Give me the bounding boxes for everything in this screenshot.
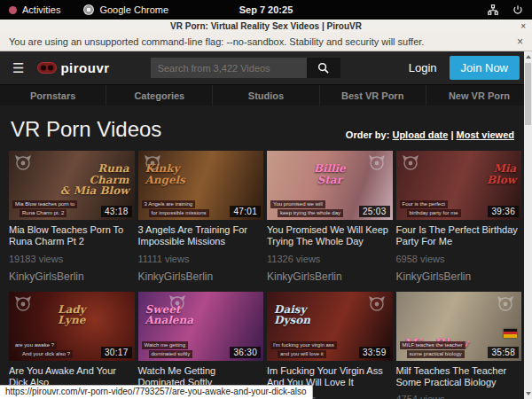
duration-badge: 33:59	[359, 347, 390, 358]
video-card[interactable]: KinkyAngels 3 Angels are trainingfor imp…	[138, 151, 264, 282]
duration-badge: 47:01	[230, 206, 261, 217]
system-top-bar: Activities Google Chrome Sep 7 20:25	[0, 0, 532, 20]
video-card[interactable]: SweetAnalena Watch me gettingdominated s…	[138, 292, 264, 399]
video-title[interactable]: Four Is The Perfect Birthday Party For M…	[396, 224, 522, 247]
video-card[interactable]: DaisyDyson I'm fucking your virgin assan…	[267, 292, 393, 399]
search-bar	[151, 58, 340, 78]
studio-cat-logo-icon	[368, 295, 386, 311]
duration-badge: 35:58	[488, 347, 519, 358]
video-channel-link[interactable]: KinkyGirlsBerlin	[267, 270, 393, 283]
nav-item-categories[interactable]: Categories	[106, 85, 213, 106]
duration-badge: 39:36	[488, 206, 519, 217]
video-title[interactable]: You Promised We Will Keep Trying The Who…	[267, 224, 393, 247]
page-title: VR Porn Videos	[11, 118, 161, 140]
video-title[interactable]: Milf Teaches The Teacher Some Practical …	[396, 365, 522, 388]
network-tree-icon[interactable]	[488, 4, 498, 15]
nav-item-studios[interactable]: Studios	[213, 85, 319, 106]
chrome-icon	[83, 4, 94, 15]
video-views: 4754 views	[396, 394, 522, 399]
warning-message: You are using an unsupported command-lin…	[9, 36, 424, 47]
video-channel-link[interactable]: KinkyGirlsBerlin	[396, 270, 522, 283]
thumbnail-model-name: KinkyAngels	[145, 163, 185, 185]
thumbnail-caption: Watch me gettingdominated softly	[142, 341, 193, 358]
video-title[interactable]: 3 Angels Are Training For Impossible Mis…	[138, 224, 264, 247]
search-input[interactable]	[151, 58, 307, 78]
warning-close-icon[interactable]: ×	[517, 35, 523, 48]
main-nav: Pornstars Categories Studios Best VR Por…	[0, 84, 532, 106]
order-by-controls: Order by: Upload date | Most viewed	[346, 129, 521, 140]
tab-title[interactable]: VR Porn: Virtual Reality Sex Videos | Pi…	[170, 21, 362, 31]
search-button[interactable]	[307, 58, 340, 78]
duration-badge: 43:18	[101, 206, 132, 217]
video-views: 19183 views	[9, 254, 135, 264]
duration-badge: 36:30	[230, 347, 261, 358]
studio-cat-logo-icon	[14, 154, 32, 170]
chrome-app-menu[interactable]: Google Chrome	[83, 4, 168, 15]
thumbnail-caption: Mia Blow teaches porn toRuna Charm pt. 2	[12, 200, 77, 217]
thumbnail-caption: I'm fucking your virgin assand you will …	[270, 341, 337, 358]
order-link-upload-date[interactable]: Upload date	[392, 129, 448, 140]
thumbnail-model-name: DaisyDyson	[274, 304, 310, 326]
duration-badge: 25:03	[359, 206, 390, 217]
search-icon	[317, 62, 329, 74]
video-card[interactable]: LadyLyne are you awake ?And your dick al…	[9, 292, 135, 399]
video-card[interactable]: RunaCharm& Mia Blow Mia Blow teaches por…	[9, 151, 135, 282]
thumbnail-caption: Four is the perfectbirthday party for me	[400, 200, 461, 217]
video-views: 11111 views	[138, 254, 264, 264]
video-card[interactable]: Mia Blow MILF teaches the teachersome pr…	[396, 292, 522, 399]
activities-dot-icon	[9, 6, 17, 14]
tab-close-icon[interactable]: ×	[520, 21, 526, 31]
scrollbar-down-arrow-icon[interactable]	[524, 388, 532, 399]
video-card[interactable]: BillieStar You promised we willkeep tryi…	[267, 151, 393, 282]
thumbnail-model-name: LadyLyne	[9, 304, 135, 326]
page-scrollbar[interactable]	[524, 51, 532, 399]
order-separator: |	[450, 129, 453, 140]
login-link[interactable]: Login	[409, 61, 437, 74]
vr-headset-icon	[37, 62, 57, 74]
video-title[interactable]: Mia Blow Teaches Porn To Runa Charm Pt 2	[9, 224, 135, 247]
video-thumbnail[interactable]: DaisyDyson I'm fucking your virgin assan…	[267, 292, 393, 361]
video-grid: RunaCharm& Mia Blow Mia Blow teaches por…	[0, 151, 532, 399]
nav-item-best-vr[interactable]: Best VR Porn	[320, 85, 426, 106]
order-link-most-viewed[interactable]: Most viewed	[457, 129, 514, 140]
browser-status-bar: https://pirouvr.com/vr-porn-video/779325…	[0, 385, 313, 399]
activities-label: Activities	[22, 4, 60, 15]
site-logo-text: pirouvr	[60, 60, 109, 75]
video-thumbnail[interactable]: SweetAnalena Watch me gettingdominated s…	[138, 292, 264, 361]
video-card[interactable]: MiaBlow Four is the perfectbirthday part…	[396, 151, 522, 282]
activities-button[interactable]: Activities	[9, 4, 60, 15]
video-channel-link[interactable]: KinkyGirlsBerlin	[138, 270, 264, 283]
site-header: ☰ pirouvr Login Join Now	[0, 51, 532, 84]
video-thumbnail[interactable]: KinkyAngels 3 Angels are trainingfor imp…	[138, 151, 264, 220]
german-flag-icon	[504, 329, 517, 338]
thumbnail-model-name: BillieStar	[267, 163, 393, 185]
duration-badge: 30:17	[101, 347, 132, 358]
thumbnail-caption: are you awake ?And your dick also ?	[12, 341, 73, 358]
hamburger-menu-icon[interactable]: ☰	[12, 60, 25, 76]
thumbnail-caption: MILF teaches the teachersome practical b…	[400, 341, 466, 358]
video-views: 11326 views	[267, 254, 393, 264]
chrome-warning-bar: You are using an unsupported command-lin…	[0, 32, 532, 51]
nav-item-new-vr[interactable]: New VR Porn	[426, 85, 532, 106]
browser-tab-bar: VR Porn: Virtual Reality Sex Videos | Pi…	[0, 20, 532, 32]
page-heading-row: VR Porn Videos Order by: Upload date | M…	[0, 106, 532, 151]
studio-cat-logo-icon	[402, 154, 419, 170]
video-channel-link[interactable]: KinkyGirlsBerlin	[9, 270, 135, 283]
video-thumbnail[interactable]: LadyLyne are you awake ?And your dick al…	[9, 292, 135, 361]
video-thumbnail[interactable]: MiaBlow Four is the perfectbirthday part…	[396, 151, 522, 220]
video-thumbnail[interactable]: Mia Blow MILF teaches the teachersome pr…	[396, 292, 522, 361]
nav-item-pornstars[interactable]: Pornstars	[0, 85, 106, 106]
scrollbar-up-arrow-icon[interactable]	[524, 51, 532, 62]
thumbnail-model-name: SweetAnalena	[145, 304, 194, 326]
thumbnail-model-name: MiaBlow	[487, 163, 516, 185]
site-logo[interactable]: pirouvr	[37, 60, 109, 75]
order-by-label: Order by:	[346, 129, 390, 140]
power-icon[interactable]	[512, 4, 523, 15]
scrollbar-thumb[interactable]	[525, 63, 531, 125]
thumbnail-caption: You promised we willkeep trying the whol…	[270, 200, 343, 217]
video-thumbnail[interactable]: RunaCharm& Mia Blow Mia Blow teaches por…	[9, 151, 135, 220]
chrome-label: Google Chrome	[99, 4, 168, 15]
studio-cat-logo-icon	[497, 295, 514, 311]
join-now-button[interactable]: Join Now	[450, 56, 520, 80]
video-thumbnail[interactable]: BillieStar You promised we willkeep tryi…	[267, 151, 393, 220]
